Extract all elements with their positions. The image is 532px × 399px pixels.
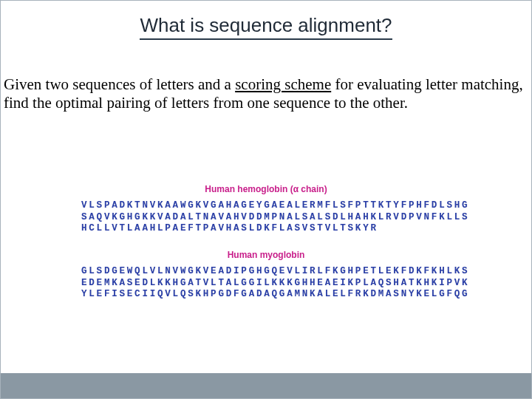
sequence-label-1: Human hemoglobin (α chain) [74,184,458,194]
sequence-label-2: Human myoglobin [74,250,458,260]
sequence-line: YLEFISECIIQVLQSKHPGDFGADAQGAMNKALELFRKDM… [81,289,451,301]
sequence-line: EDEMKASEDLKKHGATVLTALGGILKKKGHHEAEIKPLAQ… [81,278,451,290]
sequence-lines-1: VLSPADKTNVKAAWGKVGAHAGEYGAEALERMFLSFPTTK… [81,200,451,235]
sequence-line: GLSDGEWQLVLNVWGKVEADIPGHGQEVLIRLFKGHPETL… [81,266,451,278]
slide: What is sequence alignment? Given two se… [0,0,532,399]
sequence-line: HCLLVTLAAHLPAEFTPAVHASLDKFLASVSTVLTSKYR [81,223,451,235]
sequence-lines-2: GLSDGEWQLVLNVWGKVEADIPGHGQEVLIRLFKGHPETL… [81,266,451,301]
title-wrap: What is sequence alignment? [1,1,531,40]
paragraph-part1: Given two sequences of letters and a [4,75,235,93]
paragraph-underlined: scoring scheme [235,75,331,93]
slide-title: What is sequence alignment? [140,14,392,40]
sequence-line: SAQVKGHGKKVADALTNAVAHVDDMPNALSALSDLHAHKL… [81,212,451,224]
footer-bar [1,373,531,398]
sequence-block: Human hemoglobin (α chain) VLSPADKTNVKAA… [74,184,458,316]
body-paragraph: Given two sequences of letters and a sco… [1,40,531,112]
sequence-line: VLSPADKTNVKAAWGKVGAHAGEYGAEALERMFLSFPTTK… [81,200,451,212]
